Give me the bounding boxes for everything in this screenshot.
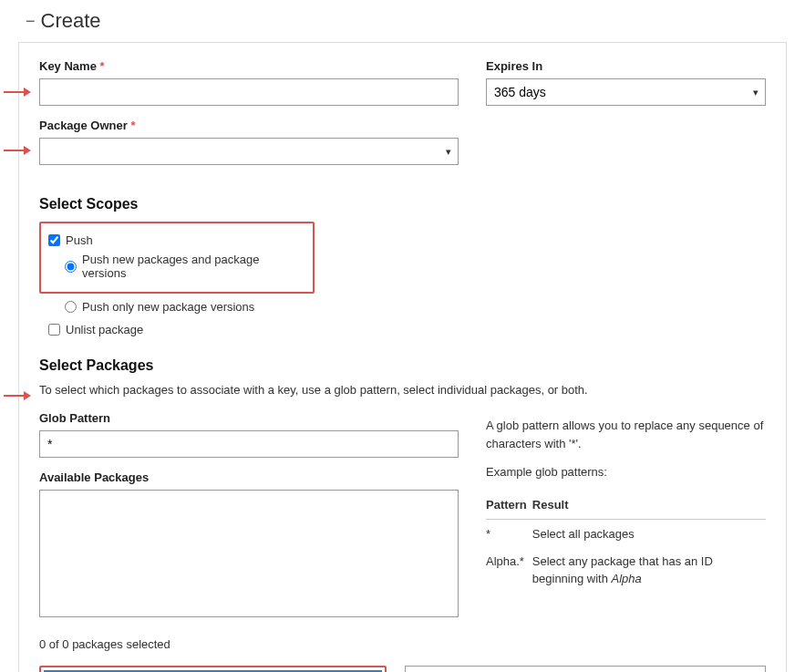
unlist-checkbox[interactable] [48,324,60,336]
cancel-button[interactable]: Cancel [405,666,767,672]
scopes-highlighted-box: Push Push new packages and package versi… [39,222,315,294]
page-title: Create [41,9,101,33]
glob-pattern-table: Pattern Result * Select all packages Alp… [486,492,766,592]
selection-count: 0 of 0 packages selected [39,637,766,651]
svg-marker-3 [24,146,31,155]
push-new-packages-label[interactable]: Push new packages and package versions [82,253,304,280]
package-owner-label: Package Owner * [39,119,459,132]
key-name-input[interactable] [39,78,459,106]
push-only-new-label[interactable]: Push only new package versions [82,300,254,314]
glob-pattern-input[interactable] [39,430,459,458]
key-name-label: Key Name * [39,59,459,73]
annotation-arrow [4,386,31,404]
expires-in-select[interactable]: 365 days [486,78,766,106]
unlist-label[interactable]: Unlist package [66,323,143,336]
create-button-highlight: Create [39,666,387,672]
push-only-new-radio[interactable] [65,301,77,313]
annotation-arrow [4,140,31,159]
svg-marker-1 [24,88,31,97]
glob-hint-panel: A glob pattern allows you to replace any… [486,411,766,592]
push-new-packages-radio[interactable] [65,261,77,273]
expires-in-label: Expires In [486,59,766,73]
select-scopes-heading: Select Scopes [39,196,766,212]
annotation-arrow [4,82,31,100]
packages-help-text: To select which packages to associate wi… [39,383,766,397]
glob-pattern-label: Glob Pattern [39,411,459,425]
svg-marker-5 [24,391,31,400]
push-label[interactable]: Push [66,233,93,247]
push-checkbox[interactable] [48,234,60,246]
create-form: Key Name * Expires In 365 days Package O… [18,42,787,672]
collapse-icon[interactable]: − [26,12,36,31]
available-packages-label: Available Packages [39,470,459,484]
table-row: * Select all packages [486,520,766,547]
available-packages-listbox[interactable] [39,490,459,617]
table-row: Alpha.* Select any package that has an I… [486,547,766,592]
package-owner-select[interactable] [39,138,459,165]
select-packages-heading: Select Packages [39,357,766,374]
